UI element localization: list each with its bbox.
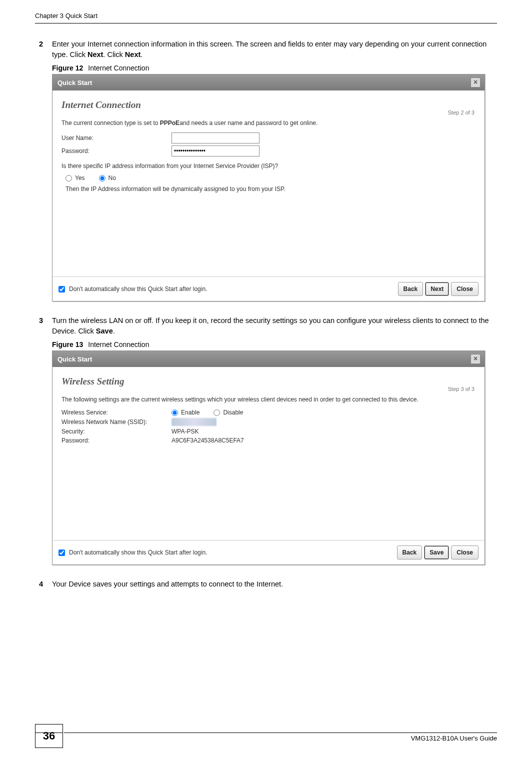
dont-show-checkbox[interactable] <box>58 286 65 292</box>
step-number: 2 <box>35 39 43 60</box>
page-number: 36 <box>35 724 63 748</box>
dont-show-option[interactable]: Don't automatically show this Quick Star… <box>58 549 207 556</box>
quick-start-dialog-internet: Quick Start × Internet Connection Step 2… <box>52 74 485 302</box>
next-button[interactable]: Next <box>425 282 449 296</box>
ssid-row: Wireless Network Name (SSID): <box>62 418 476 426</box>
isp-no-option[interactable]: No <box>99 174 116 182</box>
security-row: Security: WPA-PSK <box>62 428 476 435</box>
back-button[interactable]: Back <box>397 546 422 560</box>
isp-yes-option[interactable]: Yes <box>66 174 85 182</box>
dont-show-label: Don't automatically show this Quick Star… <box>69 286 207 292</box>
save-button[interactable]: Save <box>424 546 449 560</box>
isp-no-radio[interactable] <box>99 175 106 182</box>
disable-option[interactable]: Disable <box>214 409 243 416</box>
dialog-footer: Don't automatically show this Quick Star… <box>52 276 484 301</box>
step-text: Enter your Internet connection informati… <box>52 39 497 60</box>
figure-title: Internet Connection <box>88 340 149 348</box>
dialog-heading: Wireless Setting <box>62 376 476 387</box>
step-4: 4 Your Device saves your settings and at… <box>35 579 497 590</box>
close-icon[interactable]: × <box>470 78 480 88</box>
step-2: 2 Enter your Internet connection informa… <box>35 39 497 60</box>
disable-radio[interactable] <box>214 410 220 416</box>
text: The current connection type is set to <box>62 120 160 126</box>
dotted-divider: Step 3 of 3 <box>62 390 476 391</box>
enable-label: Enable <box>181 409 200 416</box>
dialog-heading: Internet Connection <box>62 100 476 110</box>
wifi-password-row: Password: A9C6F3A24538A8C5EFA7 <box>62 437 476 444</box>
bold-save: Save <box>96 327 113 335</box>
bold-next: Next <box>88 50 103 58</box>
step-indicator: Step 2 of 3 <box>447 110 476 116</box>
dialog-footer: Don't automatically show this Quick Star… <box>52 540 484 564</box>
document-page: Chapter 3 Quick Start 2 Enter your Inter… <box>0 0 532 762</box>
username-label: User Name: <box>62 134 172 142</box>
isp-yes-radio[interactable] <box>66 175 72 182</box>
intro-text: The current connection type is set to PP… <box>62 118 476 128</box>
dialog-title: Quick Start <box>58 79 92 86</box>
yes-label: Yes <box>75 174 85 182</box>
close-icon[interactable]: × <box>470 354 480 364</box>
ssid-label: Wireless Network Name (SSID): <box>62 418 172 426</box>
step-3: 3 Turn the wireless LAN on or off. If yo… <box>35 316 497 336</box>
password-label: Password: <box>62 148 172 154</box>
wireless-service-row: Wireless Service: Enable Disable <box>62 409 476 416</box>
security-label: Security: <box>62 428 172 435</box>
ssid-value-redacted <box>172 418 216 426</box>
step-number: 4 <box>35 579 43 590</box>
step-number: 3 <box>35 316 43 336</box>
quick-start-dialog-wireless: Quick Start × Wireless Setting Step 3 of… <box>52 350 485 565</box>
enable-radio[interactable] <box>172 410 178 416</box>
username-row: User Name: <box>62 132 476 144</box>
step-text: Your Device saves your settings and atte… <box>52 579 283 590</box>
figure-13-caption: Figure 13Internet Connection <box>52 340 497 348</box>
wifi-password-label: Password: <box>62 437 172 444</box>
dont-show-label: Don't automatically show this Quick Star… <box>69 549 207 556</box>
intro-text: The following settings are the current w… <box>62 395 476 404</box>
dialog-titlebar: Quick Start × <box>52 74 484 90</box>
password-input[interactable] <box>172 146 260 156</box>
figure-title: Internet Connection <box>88 64 149 72</box>
no-label: No <box>108 174 116 182</box>
password-row: Password: <box>62 146 476 156</box>
text: . <box>140 50 142 58</box>
dotted-divider: Step 2 of 3 <box>62 114 476 114</box>
text: Turn the wireless LAN on or off. If you … <box>52 316 489 335</box>
pppoe-bold: PPPoE <box>160 120 180 126</box>
figure-label: Figure 13 <box>52 340 83 348</box>
username-input[interactable] <box>172 132 260 144</box>
close-button[interactable]: Close <box>451 282 478 296</box>
isp-question: Is there specific IP address information… <box>62 162 476 170</box>
figure-label: Figure 12 <box>52 64 83 72</box>
step-indicator: Step 3 of 3 <box>447 386 476 392</box>
dialog-titlebar: Quick Start × <box>52 351 484 367</box>
isp-radio-group: Yes No <box>66 174 476 182</box>
back-button[interactable]: Back <box>398 282 424 296</box>
bold-next: Next <box>125 50 140 58</box>
wifi-password-value: A9C6F3A24538A8C5EFA7 <box>172 437 244 444</box>
text: . <box>113 327 115 335</box>
text: and needs a user name and password to ge… <box>180 120 318 126</box>
running-header: Chapter 3 Quick Start <box>35 12 98 20</box>
guide-name: VMG1312-B10A User's Guide <box>411 734 497 742</box>
close-button[interactable]: Close <box>451 546 478 560</box>
disable-label: Disable <box>223 409 243 416</box>
figure-12-caption: Figure 12Internet Connection <box>52 64 497 72</box>
dialog-title: Quick Start <box>58 356 92 363</box>
security-value: WPA-PSK <box>172 428 198 435</box>
footer-rule <box>64 732 497 733</box>
text: . Click <box>103 50 125 58</box>
wireless-service-label: Wireless Service: <box>62 409 172 416</box>
dont-show-option[interactable]: Don't automatically show this Quick Star… <box>58 286 207 292</box>
dynamic-ip-note: Then the IP Address information will be … <box>66 186 476 192</box>
header-rule <box>35 23 497 24</box>
step-text: Turn the wireless LAN on or off. If you … <box>52 316 497 336</box>
dont-show-checkbox[interactable] <box>58 550 65 556</box>
enable-option[interactable]: Enable <box>172 409 200 416</box>
